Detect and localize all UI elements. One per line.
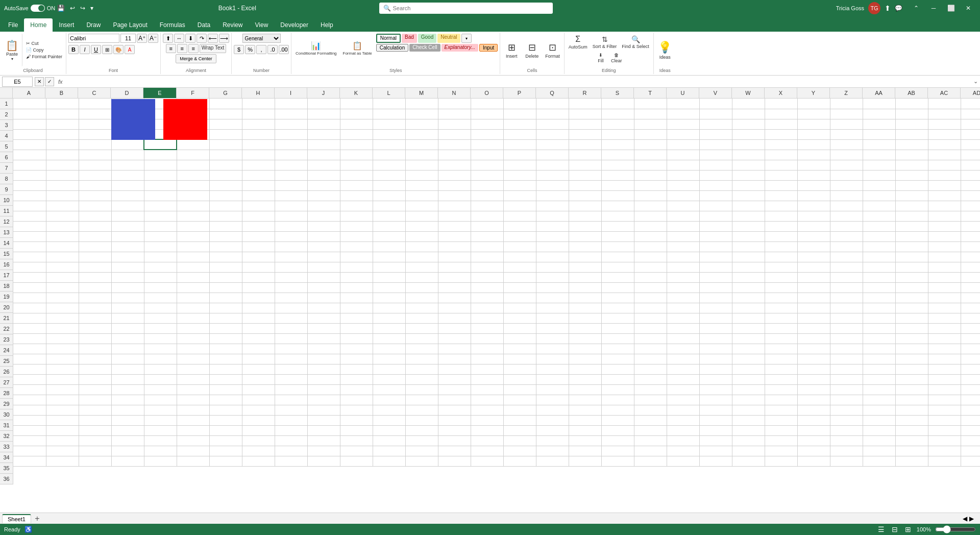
cell-T9[interactable]	[634, 180, 667, 190]
cell-O4[interactable]	[471, 129, 503, 139]
indent-decrease-button[interactable]: ⟵	[208, 34, 218, 43]
col-header-L[interactable]: L	[373, 88, 405, 98]
cell-T27[interactable]	[634, 364, 667, 374]
col-header-V[interactable]: V	[699, 88, 732, 98]
cell-K5[interactable]	[340, 139, 373, 150]
cell-V10[interactable]	[699, 190, 732, 201]
cell-J6[interactable]	[307, 150, 340, 160]
cell-Y15[interactable]	[797, 241, 830, 252]
cell-J27[interactable]	[307, 364, 340, 374]
cell-O27[interactable]	[471, 364, 503, 374]
cell-B5[interactable]	[46, 139, 79, 150]
cell-Q3[interactable]	[536, 119, 569, 129]
col-header-M[interactable]: M	[405, 88, 438, 98]
cell-O2[interactable]	[471, 109, 503, 119]
cell-B24[interactable]	[46, 333, 79, 344]
calculation-style-button[interactable]: Calculation	[376, 44, 408, 52]
cell-R20[interactable]	[569, 293, 601, 303]
cell-Y30[interactable]	[797, 395, 830, 405]
cell-J3[interactable]	[307, 119, 340, 129]
col-header-T[interactable]: T	[634, 88, 667, 98]
scroll-right-icon[interactable]: ▶	[969, 515, 974, 522]
cell-Y9[interactable]	[797, 180, 830, 190]
cell-D10[interactable]	[111, 190, 144, 201]
cell-L31[interactable]	[373, 405, 405, 415]
cell-H35[interactable]	[242, 446, 275, 456]
cell-A28[interactable]	[13, 374, 46, 384]
cell-R24[interactable]	[569, 333, 601, 344]
cell-B16[interactable]	[46, 252, 79, 262]
cell-P14[interactable]	[503, 231, 536, 241]
customize-qs-icon[interactable]: ▾	[88, 4, 95, 13]
cell-X16[interactable]	[765, 252, 797, 262]
cell-G15[interactable]	[209, 241, 242, 252]
cell-L23[interactable]	[373, 323, 405, 333]
cell-M11[interactable]	[405, 201, 438, 211]
cell-L24[interactable]	[373, 333, 405, 344]
cell-R25[interactable]	[569, 344, 601, 354]
cell-S19[interactable]	[601, 282, 634, 293]
cell-P27[interactable]	[503, 364, 536, 374]
cell-R31[interactable]	[569, 405, 601, 415]
cell-O28[interactable]	[471, 374, 503, 384]
cell-P1[interactable]	[503, 99, 536, 109]
cell-C33[interactable]	[79, 425, 111, 435]
cell-AA17[interactable]	[863, 262, 895, 272]
cell-H23[interactable]	[242, 323, 275, 333]
cell-AC34[interactable]	[928, 435, 961, 446]
cell-AC5[interactable]	[928, 139, 961, 150]
cell-R27[interactable]	[569, 364, 601, 374]
scroll-left-icon[interactable]: ◀	[963, 515, 967, 522]
cell-AC20[interactable]	[928, 293, 961, 303]
cell-J1[interactable]	[307, 99, 340, 109]
cell-AB18[interactable]	[895, 272, 928, 282]
cell-E25[interactable]	[144, 344, 177, 354]
cell-L16[interactable]	[373, 252, 405, 262]
cell-I13[interactable]	[275, 221, 307, 231]
cell-H1[interactable]	[242, 99, 275, 109]
cell-T30[interactable]	[634, 395, 667, 405]
cell-E17[interactable]	[144, 262, 177, 272]
cell-Y10[interactable]	[797, 190, 830, 201]
underline-button[interactable]: U	[91, 45, 101, 54]
cell-F4[interactable]	[177, 129, 209, 139]
cell-L20[interactable]	[373, 293, 405, 303]
cell-R33[interactable]	[569, 425, 601, 435]
align-left-button[interactable]: ≡	[166, 44, 176, 53]
cell-Y33[interactable]	[797, 425, 830, 435]
cell-F12[interactable]	[177, 211, 209, 221]
col-header-X[interactable]: X	[765, 88, 797, 98]
cell-AB16[interactable]	[895, 252, 928, 262]
cell-Z21[interactable]	[830, 303, 863, 313]
row-header-4[interactable]: 4	[0, 131, 13, 141]
cell-W31[interactable]	[732, 405, 765, 415]
cell-AB12[interactable]	[895, 211, 928, 221]
cell-AB13[interactable]	[895, 221, 928, 231]
cell-B2[interactable]	[46, 109, 79, 119]
cell-V23[interactable]	[699, 323, 732, 333]
cell-N11[interactable]	[438, 201, 471, 211]
cell-B35[interactable]	[46, 446, 79, 456]
cell-AD9[interactable]	[961, 180, 980, 190]
cell-C14[interactable]	[79, 231, 111, 241]
cell-M23[interactable]	[405, 323, 438, 333]
cell-Q23[interactable]	[536, 323, 569, 333]
cell-I11[interactable]	[275, 201, 307, 211]
cell-AD14[interactable]	[961, 231, 980, 241]
cell-H28[interactable]	[242, 374, 275, 384]
fill-button[interactable]: ⬇ Fill	[594, 52, 608, 64]
cell-V6[interactable]	[699, 150, 732, 160]
cell-C29[interactable]	[79, 384, 111, 395]
input-style-button[interactable]: Input	[479, 44, 498, 52]
col-header-AC[interactable]: AC	[928, 88, 961, 98]
cell-F35[interactable]	[177, 446, 209, 456]
cell-Q36[interactable]	[536, 456, 569, 466]
cell-R35[interactable]	[569, 446, 601, 456]
cell-E15[interactable]	[144, 241, 177, 252]
font-color-button[interactable]: A	[125, 45, 135, 54]
cell-Z27[interactable]	[830, 364, 863, 374]
cell-F30[interactable]	[177, 395, 209, 405]
cell-J7[interactable]	[307, 160, 340, 170]
cell-E16[interactable]	[144, 252, 177, 262]
cell-D26[interactable]	[111, 354, 144, 364]
